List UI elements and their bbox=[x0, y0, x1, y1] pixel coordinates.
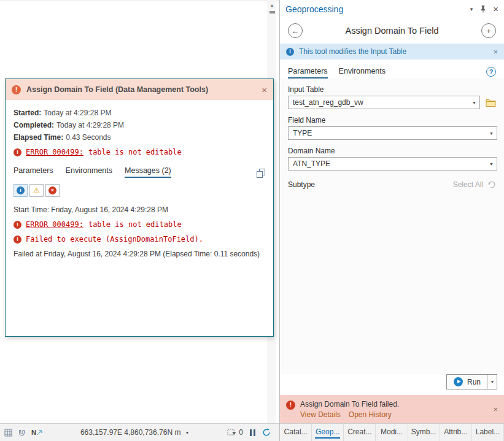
dialog-title: Assign Domain To Field (Data Management … bbox=[26, 85, 256, 94]
tab-modify-features[interactable]: Modi... bbox=[376, 424, 408, 441]
error-badge-icon: ! bbox=[12, 85, 21, 94]
pane-tab-strip: Catal... Geop... Creat... Modi... Symb..… bbox=[280, 423, 504, 441]
copy-icon bbox=[257, 169, 265, 178]
error-code-link[interactable]: ERROR 000499: bbox=[26, 148, 83, 156]
tab-attributes[interactable]: Attrib... bbox=[440, 424, 472, 441]
browse-button[interactable] bbox=[484, 96, 497, 109]
domain-name-combobox[interactable]: ATN_TYPE ▼ bbox=[288, 157, 497, 171]
north-arrow-icon[interactable]: N bbox=[31, 429, 42, 436]
tab-symbology[interactable]: Symb... bbox=[408, 424, 440, 441]
selection-count-value: 0 bbox=[239, 428, 243, 437]
pane-title: Geoprocessing bbox=[285, 4, 463, 14]
pane-header: Geoprocessing ▾ × bbox=[280, 0, 504, 18]
warning-icon: ⚠ bbox=[33, 186, 41, 194]
arcgis-pro-window: ▲ ! Assign Domain To Field (Data Managem… bbox=[0, 0, 504, 441]
error-message-row: ! ERROR 000499:table is not editable bbox=[14, 220, 265, 229]
error-x-icon: × bbox=[48, 186, 56, 194]
selection-icon bbox=[227, 429, 236, 437]
status-left-tools: N bbox=[0, 429, 42, 437]
dialog-titlebar[interactable]: ! Assign Domain To Field (Data Managemen… bbox=[6, 79, 273, 100]
add-button[interactable]: + bbox=[481, 23, 496, 38]
summary-error-row: ! ERROR 000499:table is not editable bbox=[14, 148, 265, 156]
refresh-icon[interactable] bbox=[262, 428, 271, 437]
info-message: This tool modifies the Input Table bbox=[299, 47, 488, 56]
snapping-icon[interactable] bbox=[18, 429, 26, 437]
tab-parameters[interactable]: Parameters bbox=[14, 166, 53, 178]
banner-close-icon[interactable]: × bbox=[493, 47, 498, 56]
pane-menu-caret-icon[interactable]: ▾ bbox=[470, 6, 473, 12]
back-arrow-icon: ← bbox=[292, 26, 300, 36]
help-icon[interactable]: ? bbox=[486, 67, 496, 77]
pane-close-icon[interactable]: × bbox=[493, 4, 498, 13]
tool-nav: ← Assign Domain To Field + bbox=[280, 18, 504, 44]
show-warning-messages-button[interactable]: ⚠ bbox=[29, 184, 44, 197]
domain-name-value: ATN_TYPE bbox=[293, 159, 486, 168]
failed-execute-text: Failed to execute (AssignDomainToField). bbox=[26, 235, 203, 244]
copy-messages-button[interactable] bbox=[257, 169, 265, 178]
message-filter-toolbar: i ⚠ × bbox=[14, 184, 265, 197]
run-options-dropdown[interactable]: ▼ bbox=[487, 375, 497, 389]
play-icon bbox=[454, 377, 463, 386]
back-button[interactable]: ← bbox=[288, 23, 303, 38]
gp-tabs: Parameters Environments ? bbox=[280, 59, 504, 79]
error-code-link[interactable]: ERROR 000499: bbox=[26, 220, 83, 229]
error-icon: ! bbox=[14, 221, 21, 229]
chevron-down-icon[interactable]: ▼ bbox=[185, 431, 189, 435]
failed-at-line: Failed at Friday, August 16, 2024 4:29:2… bbox=[14, 250, 265, 258]
folder-icon bbox=[486, 99, 496, 107]
dialog-tabs: Parameters Environments Messages (2) bbox=[14, 166, 265, 178]
info-icon: i bbox=[17, 186, 25, 194]
notification-title: Assign Domain To Field failed. bbox=[300, 400, 488, 408]
run-label: Run bbox=[467, 378, 481, 386]
select-all-button[interactable]: Select All bbox=[453, 180, 483, 189]
domain-name-label: Domain Name bbox=[288, 147, 496, 155]
field-name-value: TYPE bbox=[293, 129, 486, 137]
failure-notification: ! Assign Domain To Field failed. View De… bbox=[280, 395, 504, 423]
chevron-down-icon: ▼ bbox=[490, 380, 495, 384]
field-name-combobox[interactable]: TYPE ▼ bbox=[288, 126, 497, 140]
chevron-down-icon[interactable]: ▼ bbox=[489, 162, 494, 166]
show-info-messages-button[interactable]: i bbox=[14, 184, 28, 197]
chevron-down-icon[interactable]: ▼ bbox=[489, 131, 494, 136]
info-banner: i This tool modifies the Input Table × bbox=[280, 44, 504, 59]
dialog-close-icon[interactable]: × bbox=[262, 85, 267, 94]
pause-drawing-icon[interactable] bbox=[250, 429, 255, 436]
tab-environments[interactable]: Environments bbox=[339, 67, 386, 79]
input-table-combobox[interactable]: test_atn_reg_gdb_vw ▼ bbox=[288, 96, 480, 109]
error-text: table is not editable bbox=[88, 148, 182, 156]
tab-labeling[interactable]: Label... bbox=[472, 424, 504, 441]
chevron-down-icon[interactable]: ▼ bbox=[472, 101, 476, 105]
parameters-form: Input Table test_atn_reg_gdb_vw ▼ Field … bbox=[280, 79, 504, 374]
grid-view-icon[interactable] bbox=[4, 429, 12, 437]
pin-icon[interactable] bbox=[479, 6, 486, 13]
open-history-link[interactable]: Open History bbox=[349, 410, 392, 419]
tool-error-dialog: ! Assign Domain To Field (Data Managemen… bbox=[5, 79, 274, 337]
tab-environments[interactable]: Environments bbox=[66, 166, 112, 178]
subtype-row: Subtype Select All bbox=[288, 180, 496, 189]
status-right-tools: 0 bbox=[227, 428, 279, 437]
field-name-label: Field Name bbox=[288, 116, 496, 125]
coordinate-display[interactable]: 663,157.97E 4,860,736.76N m ▼ bbox=[42, 428, 227, 437]
view-details-link[interactable]: View Details bbox=[300, 410, 341, 419]
info-icon: i bbox=[286, 48, 294, 56]
tab-parameters[interactable]: Parameters bbox=[288, 67, 328, 79]
notification-close-icon[interactable]: × bbox=[493, 405, 498, 414]
tab-catalog[interactable]: Catal... bbox=[280, 424, 312, 441]
tab-create-features[interactable]: Creat... bbox=[344, 424, 376, 441]
show-error-messages-button[interactable]: × bbox=[45, 184, 60, 197]
error-text: table is not editable bbox=[88, 220, 182, 229]
subtype-label: Subtype bbox=[288, 180, 449, 189]
tab-messages[interactable]: Messages (2) bbox=[125, 166, 171, 178]
error-icon: ! bbox=[14, 236, 21, 244]
scroll-up-icon[interactable]: ▲ bbox=[268, 0, 276, 8]
tab-geoprocessing[interactable]: Geop... bbox=[312, 424, 344, 441]
run-button[interactable]: Run ▼ bbox=[446, 374, 497, 389]
input-table-label: Input Table bbox=[288, 85, 496, 94]
tool-title: Assign Domain To Field bbox=[303, 26, 481, 36]
coordinates-text: 663,157.97E 4,860,736.76N m bbox=[80, 428, 180, 437]
error-icon: ! bbox=[286, 401, 295, 410]
plus-icon: + bbox=[486, 26, 491, 36]
scrollbar-thumb[interactable] bbox=[269, 11, 275, 13]
elapsed-row: Elapsed Time:0.43 Seconds bbox=[14, 133, 265, 142]
selection-count[interactable]: 0 bbox=[227, 428, 243, 437]
